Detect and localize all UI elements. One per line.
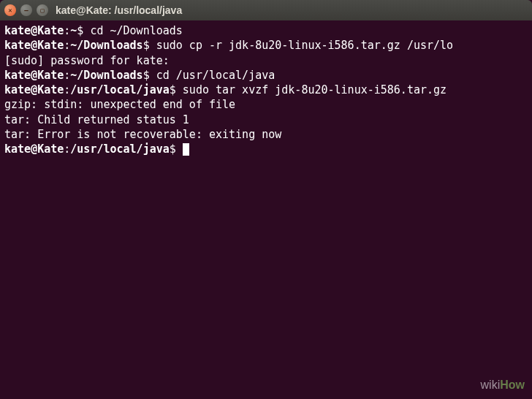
watermark-how: How xyxy=(500,379,525,391)
command-text: sudo cp -r jdk-8u20-linux-i586.tar.gz /u… xyxy=(156,39,453,52)
terminal-line: [sudo] password for kate: xyxy=(4,53,528,68)
prompt-dollar: $ xyxy=(170,83,183,96)
cursor xyxy=(183,143,189,156)
prompt-user: kate@Kate xyxy=(4,69,64,82)
terminal-line: kate@Kate:~/Downloads$ cd /usr/local/jav… xyxy=(4,68,528,83)
prompt-dollar: $ xyxy=(170,142,183,156)
watermark: wikiHow xyxy=(481,379,525,392)
prompt-user: kate@Kate xyxy=(4,24,64,37)
command-text: cd /usr/local/java xyxy=(156,69,276,82)
prompt-dollar: $ xyxy=(143,69,156,82)
terminal-line: kate@Kate:~/Downloads$ sudo cp -r jdk-8u… xyxy=(4,38,528,53)
command-text: cd ~/Downloads xyxy=(90,24,182,37)
prompt-user: kate@Kate xyxy=(4,83,64,96)
minimize-icon[interactable]: ― xyxy=(20,4,32,16)
prompt-path: ~/Downloads xyxy=(70,39,142,52)
terminal-line: tar: Error is not recoverable: exiting n… xyxy=(4,127,528,142)
window-controls: ✕ ― ▢ xyxy=(4,4,48,16)
terminal-line: kate@Kate:/usr/local/java$ sudo tar xvzf… xyxy=(4,83,528,97)
terminal-line: kate@Kate:~$ cd ~/Downloads xyxy=(4,23,528,38)
terminal-line: gzip: stdin: unexpected end of file xyxy=(4,97,528,112)
close-icon[interactable]: ✕ xyxy=(4,4,16,16)
titlebar: ✕ ― ▢ kate@Kate: /usr/local/java xyxy=(0,0,532,20)
terminal-line: kate@Kate:/usr/local/java$ xyxy=(4,142,528,156)
prompt-path: ~/Downloads xyxy=(70,69,142,82)
prompt-dollar: $ xyxy=(77,24,90,37)
prompt-user: kate@Kate xyxy=(4,39,64,52)
window-title: kate@Kate: /usr/local/java xyxy=(56,4,182,16)
maximize-icon[interactable]: ▢ xyxy=(37,4,48,16)
terminal-body[interactable]: kate@Kate:~$ cd ~/Downloadskate@Kate:~/D… xyxy=(0,20,532,399)
prompt-user: kate@Kate xyxy=(4,142,64,156)
prompt-dollar: $ xyxy=(143,39,156,52)
command-text: sudo tar xvzf jdk-8u20-linux-i586.tar.gz xyxy=(183,83,446,96)
prompt-path: /usr/local/java xyxy=(70,83,169,96)
prompt-path: /usr/local/java xyxy=(70,142,169,156)
watermark-wiki: wiki xyxy=(481,379,501,391)
prompt-path: ~ xyxy=(70,24,77,37)
terminal-line: tar: Child returned status 1 xyxy=(4,113,528,127)
